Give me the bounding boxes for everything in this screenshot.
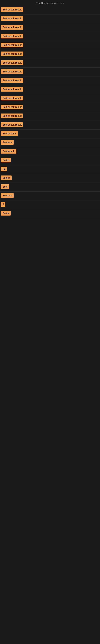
list-item: Bottleneck result xyxy=(0,50,100,59)
bottleneck-result-badge[interactable]: Bottleneck result xyxy=(1,87,23,92)
bottleneck-result-badge[interactable]: Bottler xyxy=(1,176,12,180)
list-item: Bottleneck xyxy=(0,147,100,156)
bottleneck-result-badge[interactable]: Bottleneck result xyxy=(1,16,23,21)
bottleneck-result-badge[interactable]: Bottleneck result xyxy=(1,114,23,118)
bottleneck-result-badge[interactable]: Bottleneck result xyxy=(1,52,23,56)
list-item: Bottleneck result xyxy=(0,76,100,85)
bottleneck-result-badge[interactable]: Bottleneck result xyxy=(1,69,23,74)
bottleneck-result-badge[interactable]: Bottleneck r xyxy=(1,131,18,136)
list-item: Bottleneck result xyxy=(0,59,100,68)
bottleneck-result-badge[interactable]: Bottl xyxy=(1,184,9,189)
bottleneck-result-badge[interactable]: B xyxy=(1,202,5,207)
bottleneck-result-badge[interactable]: Bottleneck result xyxy=(1,7,23,12)
bottleneck-result-badge[interactable]: Bottlene xyxy=(1,140,14,145)
bottleneck-result-badge[interactable]: Bottleneck result xyxy=(1,34,23,38)
list-item: Bottleneck result xyxy=(0,32,100,41)
list-item: Bottleneck result xyxy=(0,6,100,14)
bottleneck-result-badge[interactable]: Bottle xyxy=(1,158,11,162)
bottleneck-result-badge[interactable]: Bottleneck result xyxy=(1,60,23,65)
list-item: Bottler xyxy=(0,174,100,183)
bottleneck-result-badge[interactable]: Bottleneck result xyxy=(1,122,23,127)
bottleneck-result-badge[interactable]: Bottleneck result xyxy=(1,25,23,30)
bottleneck-result-badge[interactable]: Bottlene xyxy=(1,193,14,198)
bottleneck-result-badge[interactable]: Bottleneck result xyxy=(1,105,23,109)
list-item: Bottleneck result xyxy=(0,121,100,130)
bottleneck-result-badge[interactable]: Bo xyxy=(1,167,7,171)
list-item: Bottlene xyxy=(0,192,100,200)
list-item: Bottleneck result xyxy=(0,41,100,50)
list-item: Bottleneck result xyxy=(0,112,100,121)
list-item: Bo xyxy=(0,165,100,174)
bottleneck-result-badge[interactable]: Bottleneck result xyxy=(1,96,23,100)
list-item: B xyxy=(0,200,100,209)
list-item: Bottlene xyxy=(0,138,100,147)
list-item: Bottleneck result xyxy=(0,14,100,23)
list-item: Bottleneck result xyxy=(0,94,100,103)
bottleneck-result-badge[interactable]: Bottleneck result xyxy=(1,43,23,47)
list-item: Bottleneck result xyxy=(0,85,100,94)
list-item: Bottleneck result xyxy=(0,103,100,112)
bottleneck-result-badge[interactable]: Bottleneck xyxy=(1,149,16,154)
list-item: Bottleneck r xyxy=(0,130,100,138)
list-item: Bottle xyxy=(0,156,100,165)
list-item: Bottleneck result xyxy=(0,68,100,76)
list-item: Bottl xyxy=(0,183,100,192)
site-title: TheBottlenecker.com xyxy=(0,0,100,6)
bottleneck-result-badge[interactable]: Bottle xyxy=(1,211,11,216)
list-item: Bottle xyxy=(0,209,100,218)
bottleneck-result-badge[interactable]: Bottleneck result xyxy=(1,78,23,83)
list-item: Bottleneck result xyxy=(0,23,100,32)
